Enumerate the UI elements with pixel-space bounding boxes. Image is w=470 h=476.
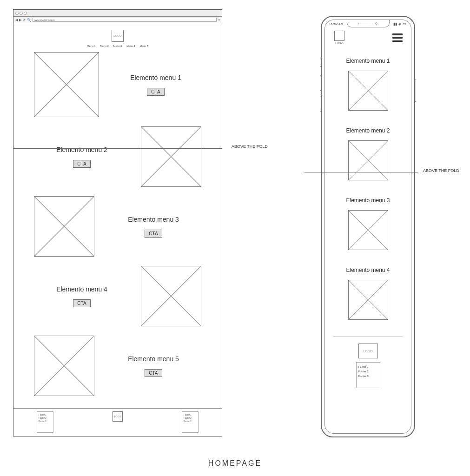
image-placeholder-icon — [348, 140, 388, 180]
mobile-footer: LOGO Footer 1 Footer 2 Footer 3 — [333, 344, 403, 388]
fold-line — [13, 148, 222, 149]
menu-icon[interactable]: ≡ — [218, 18, 220, 21]
hamburger-icon[interactable] — [392, 33, 403, 42]
reload-icon[interactable]: ⟳ — [23, 18, 26, 21]
mobile-logo-label: LOGO — [333, 42, 345, 45]
url-input[interactable]: www.sitodisimone.it — [33, 18, 217, 22]
footer-link[interactable]: Footer 2 — [39, 416, 52, 420]
cta-button[interactable]: CTA — [73, 299, 90, 307]
cta-button[interactable]: CTA — [147, 88, 164, 96]
mobile-section-title: Elemento menu 1 — [333, 58, 403, 64]
mobile-footer-links: Footer 1 Footer 2 Footer 3 — [356, 362, 380, 388]
fold-label: ABOVE THE FOLD — [232, 144, 268, 149]
image-placeholder-icon — [348, 71, 388, 111]
mobile-section-title: Elemento menu 3 — [333, 197, 403, 204]
mobile-section: Elemento menu 3 — [333, 197, 403, 250]
content-section: Elemento menu 4 CTA — [34, 266, 201, 326]
mobile-header: LOGO — [333, 31, 403, 45]
nav-item[interactable]: Menu 4 — [126, 45, 135, 47]
footer-links-left: Footer 1 Footer 2 Footer 3 — [37, 411, 53, 433]
mobile-section-title: Elemento menu 4 — [333, 267, 403, 273]
footer-link[interactable]: Footer 2 — [184, 416, 197, 420]
mobile-phone-frame: 09:52 AM ▮▮ ◈ ▭ LOGO — [321, 16, 415, 437]
nav-item[interactable]: Menu 2 — [100, 45, 108, 47]
footer-link[interactable]: Footer 2 — [358, 369, 378, 374]
phone-volume-up — [320, 75, 321, 91]
back-icon[interactable]: ◀ — [15, 18, 18, 21]
section-title: Elemento menu 2 — [56, 146, 107, 153]
content-section: Elemento menu 1 CTA — [34, 52, 201, 117]
footer-link[interactable]: Footer 3 — [184, 420, 197, 423]
footer-link[interactable]: Footer 1 — [39, 413, 52, 416]
footer-logo[interactable]: LOGO — [113, 411, 123, 422]
image-placeholder-icon — [34, 336, 94, 396]
window-min-icon[interactable] — [20, 12, 23, 15]
phone-volume-down — [320, 96, 321, 112]
content-section: Elemento menu 2 CTA — [34, 126, 201, 187]
image-placeholder-icon — [141, 126, 201, 187]
image-placeholder-icon — [34, 52, 99, 117]
phone-notch — [347, 20, 390, 27]
search-icon: 🔍 — [27, 18, 31, 21]
cta-button[interactable]: CTA — [145, 230, 162, 238]
browser-toolbar: ◀ ▶ ⟳ 🔍 www.sitodisimone.it ≡ — [13, 17, 222, 23]
desktop-browser-frame: ◀ ▶ ⟳ 🔍 www.sitodisimone.it ≡ LOGO Menu … — [13, 9, 222, 436]
content-section: Elemento menu 3 CTA — [34, 196, 201, 257]
battery-icon: ▭ — [403, 22, 406, 26]
window-max-icon[interactable] — [24, 12, 27, 15]
nav-item[interactable]: Menu 3 — [113, 45, 122, 47]
phone-mute-switch — [320, 59, 321, 67]
cta-button[interactable]: CTA — [145, 369, 162, 377]
cta-button[interactable]: CTA — [73, 160, 90, 168]
nav-item[interactable]: Menu 1 — [87, 45, 95, 47]
signal-icon: ▮▮ — [393, 22, 397, 26]
phone-power-button — [415, 79, 416, 102]
fold-label: ABOVE THE FOLD — [423, 168, 459, 173]
image-placeholder-icon — [34, 196, 94, 257]
mobile-section: Elemento menu 4 — [333, 267, 403, 320]
fold-line — [305, 172, 418, 172]
mobile-footer-logo[interactable]: LOGO — [358, 344, 378, 358]
footer-link[interactable]: Footer 1 — [184, 413, 197, 416]
main-nav: Menu 1 Menu 2 Menu 3 Menu 4 Menu 5 — [13, 45, 222, 47]
footer-link[interactable]: Footer 3 — [39, 420, 52, 423]
image-placeholder-icon — [348, 210, 388, 250]
speaker-icon — [358, 23, 372, 24]
divider — [333, 337, 403, 337]
section-title: Elemento menu 3 — [128, 216, 179, 223]
status-time: 09:52 AM — [330, 22, 344, 26]
window-close-icon[interactable] — [15, 12, 19, 15]
nav-item[interactable]: Menu 5 — [140, 45, 148, 47]
wifi-icon: ◈ — [398, 22, 401, 26]
mobile-section: Elemento menu 1 — [333, 58, 403, 111]
mobile-header-logo[interactable] — [334, 31, 344, 41]
footer-link[interactable]: Footer 3 — [358, 374, 378, 378]
forward-icon[interactable]: ▶ — [19, 18, 21, 21]
camera-icon — [375, 22, 377, 25]
page-title: HOMEPAGE — [208, 459, 262, 468]
section-title: Elemento menu 1 — [130, 74, 181, 81]
content-section: Elemento menu 5 CTA — [34, 336, 201, 396]
footer: Footer 1 Footer 2 Footer 3 LOGO Footer 1… — [13, 408, 222, 436]
image-placeholder-icon — [141, 266, 201, 326]
footer-link[interactable]: Footer 1 — [358, 364, 378, 369]
header-logo[interactable]: LOGO — [112, 30, 124, 42]
mobile-section-title: Elemento menu 2 — [333, 127, 403, 134]
section-title: Elemento menu 4 — [56, 285, 107, 293]
footer-links-right: Footer 1 Footer 2 Footer 3 — [182, 411, 199, 433]
section-title: Elemento menu 5 — [128, 355, 179, 363]
browser-titlebar — [13, 10, 222, 17]
image-placeholder-icon — [348, 280, 388, 320]
